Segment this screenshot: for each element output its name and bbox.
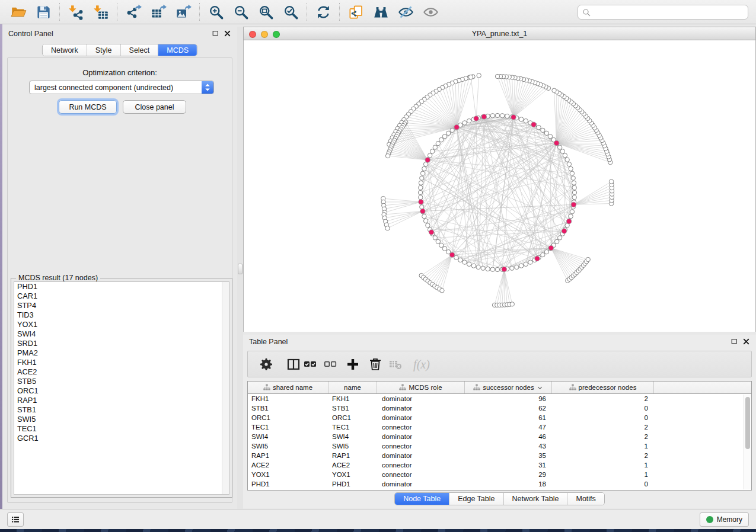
mcds-hub-node[interactable] (474, 116, 479, 121)
mcds-hub-node[interactable] (531, 122, 536, 127)
graph-node[interactable] (572, 195, 576, 199)
tab-node-table[interactable]: Node Table (395, 493, 449, 505)
cell-predecessor_nodes[interactable]: 2 (552, 394, 654, 403)
mcds-result-item[interactable]: STB1 (14, 405, 229, 415)
mcds-hub-node[interactable] (420, 209, 425, 213)
graph-node[interactable] (569, 214, 573, 218)
cell-predecessor_nodes[interactable]: 1 (552, 460, 654, 470)
import-table-button[interactable] (88, 1, 113, 23)
graph-node[interactable] (571, 176, 575, 180)
graph-node[interactable] (552, 88, 556, 92)
graph-node[interactable] (423, 219, 428, 223)
scrollbar-thumb[interactable] (745, 397, 750, 449)
graph-node[interactable] (510, 266, 514, 270)
save-session-button[interactable] (31, 1, 56, 23)
unselect-all-columns-button[interactable] (323, 357, 338, 372)
graph-node[interactable] (519, 117, 523, 121)
graph-node[interactable] (554, 239, 559, 243)
cell-mcds_role[interactable]: dominator (377, 413, 465, 422)
mcds-hub-node[interactable] (425, 158, 430, 162)
graph-node[interactable] (422, 214, 426, 218)
show-all-button[interactable] (418, 1, 443, 23)
mcds-hub-node[interactable] (419, 200, 423, 204)
graph-node[interactable] (570, 210, 574, 214)
cell-successor_nodes[interactable]: 18 (465, 479, 552, 489)
cell-name[interactable]: STB1 (328, 403, 377, 413)
cell-predecessor_nodes[interactable]: 1 (552, 470, 654, 479)
clone-network-button[interactable] (343, 1, 368, 23)
splitter-handle[interactable] (238, 264, 243, 274)
graph-node[interactable] (440, 289, 444, 293)
graph-node[interactable] (477, 73, 481, 78)
graph-node[interactable] (442, 246, 446, 251)
mcds-hub-node[interactable] (562, 229, 566, 233)
cell-predecessor_nodes[interactable]: 1 (552, 441, 654, 451)
search-input[interactable] (594, 8, 744, 17)
cell-shared_name[interactable]: STB1 (248, 403, 328, 413)
export-network-button[interactable] (121, 1, 146, 23)
cell-predecessor_nodes[interactable]: 2 (552, 451, 654, 460)
table-row[interactable]: STB1STB1dominator620 (248, 403, 751, 413)
memory-button[interactable]: Memory (700, 512, 749, 527)
zoom-selected-button[interactable] (278, 1, 303, 23)
cell-predecessor_nodes[interactable]: 0 (552, 403, 654, 413)
graph-node[interactable] (439, 243, 444, 247)
graph-node[interactable] (468, 75, 473, 79)
mcds-result-item[interactable]: YOX1 (14, 320, 229, 329)
cell-successor_nodes[interactable]: 29 (465, 470, 552, 479)
export-table-button[interactable] (146, 1, 171, 23)
mcds-result-item[interactable]: GCR1 (14, 434, 229, 443)
graph-node[interactable] (450, 128, 454, 132)
mcds-result-item[interactable]: SWI4 (14, 329, 229, 339)
mcds-result-item[interactable]: STB5 (14, 377, 229, 386)
cell-mcds_role[interactable]: dominator (377, 451, 465, 460)
mcds-result-item[interactable]: ORC1 (14, 386, 229, 396)
cell-predecessor_nodes[interactable]: 0 (552, 413, 654, 422)
graph-node[interactable] (471, 264, 476, 268)
cell-shared_name[interactable]: YOX1 (248, 470, 328, 479)
cell-successor_nodes[interactable]: 43 (465, 441, 552, 451)
float-panel-icon[interactable] (731, 338, 738, 345)
graph-node[interactable] (557, 145, 562, 149)
cell-successor_nodes[interactable]: 61 (465, 413, 552, 422)
graph-node[interactable] (418, 190, 422, 194)
graph-node[interactable] (519, 264, 523, 268)
show-column-panel-button[interactable] (286, 357, 301, 372)
mcds-hub-node[interactable] (449, 252, 454, 257)
cell-name[interactable]: ORC1 (328, 413, 377, 422)
graph-node[interactable] (537, 126, 541, 130)
mcds-hub-node[interactable] (511, 115, 516, 120)
task-history-button[interactable] (7, 512, 24, 527)
table-row[interactable]: SWI4SWI4dominator462 (248, 432, 751, 441)
cell-predecessor_nodes[interactable]: 2 (552, 432, 654, 441)
graph-node[interactable] (490, 114, 495, 118)
graph-node[interactable] (544, 249, 548, 254)
mcds-result-item[interactable]: PHD1 (14, 282, 229, 291)
tab-edge-table[interactable]: Edge Table (449, 493, 503, 505)
graph-node[interactable] (515, 265, 519, 269)
tab-select[interactable]: Select (121, 44, 159, 56)
zoom-fit-button[interactable] (253, 1, 278, 23)
table-mode-button[interactable] (259, 357, 274, 372)
graph-node[interactable] (541, 252, 545, 257)
graph-node[interactable] (419, 185, 423, 190)
graph-node[interactable] (500, 114, 504, 118)
cell-name[interactable]: ACE2 (328, 460, 377, 470)
graph-node[interactable] (442, 134, 446, 139)
mcds-result-item[interactable]: FKH1 (14, 358, 229, 367)
table-row[interactable]: FKH1FKH1dominator962 (248, 394, 751, 403)
graph-node[interactable] (428, 153, 432, 158)
cell-successor_nodes[interactable]: 46 (465, 432, 552, 441)
float-panel-icon[interactable] (212, 30, 219, 37)
cell-mcds_role[interactable]: dominator (377, 479, 465, 489)
mcds-result-item[interactable]: STP4 (14, 301, 229, 310)
cell-mcds_role[interactable]: dominator (377, 394, 465, 403)
cell-mcds_role[interactable]: connector (377, 422, 465, 432)
cell-shared_name[interactable]: PHD1 (248, 479, 328, 489)
cell-shared_name[interactable]: ORC1 (248, 413, 328, 422)
table-row[interactable]: TEC1TEC1connector472 (248, 422, 751, 432)
column-header-MCDS-role[interactable]: MCDS role (377, 382, 465, 393)
cell-shared_name[interactable]: SWI4 (248, 432, 328, 441)
criterion-dropdown[interactable]: largest connected component (undirected) (29, 81, 214, 94)
import-network-button[interactable] (63, 1, 88, 23)
